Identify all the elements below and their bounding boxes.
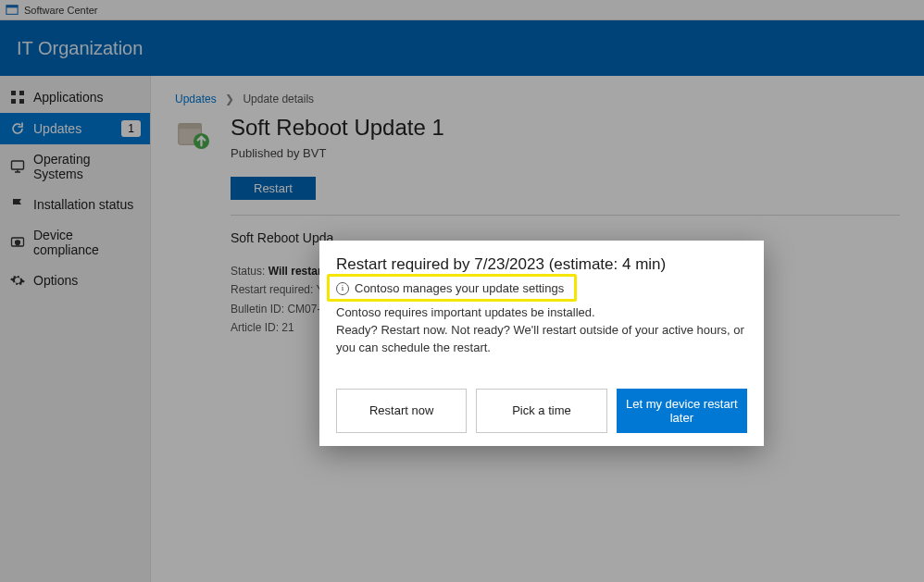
- dialog-actions: Restart now Pick a time Let my device re…: [319, 376, 764, 446]
- restart-later-button[interactable]: Let my device restart later: [617, 389, 747, 433]
- org-manages-text: Contoso manages your update settings: [355, 281, 564, 295]
- restart-now-button[interactable]: Restart now: [336, 389, 467, 433]
- pick-a-time-button[interactable]: Pick a time: [476, 389, 606, 433]
- info-icon: i: [336, 282, 349, 295]
- dialog-body-text: Contoso requires important updates be in…: [336, 304, 747, 357]
- dialog-title: Restart required by 7/23/2023 (estimate:…: [336, 255, 747, 274]
- org-manages-line: i Contoso manages your update settings: [336, 281, 747, 295]
- restart-required-dialog: Restart required by 7/23/2023 (estimate:…: [319, 241, 764, 446]
